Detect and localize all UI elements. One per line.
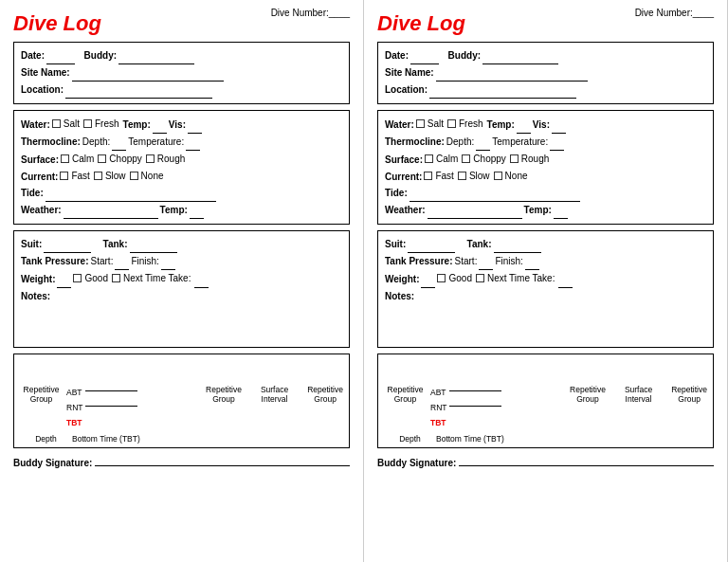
temperature-label-left: Temperature: <box>128 134 184 150</box>
abt-row-right: ABT <box>430 385 570 400</box>
finish-value-left <box>161 253 175 270</box>
signature-label-left: Buddy Signature: <box>13 458 92 468</box>
date-value-right <box>410 47 439 64</box>
title-right: Dive Log <box>377 11 465 36</box>
vis-label-left: Vis: <box>169 117 186 133</box>
title-left: Dive Log <box>13 11 101 36</box>
choppy-checkbox-left: Choppy <box>98 151 141 167</box>
location-value-right <box>429 82 576 99</box>
tankpressure-label-right: Tank Pressure: <box>385 253 453 269</box>
vis-value-left <box>188 117 202 134</box>
tbt-label-right: TBT <box>430 418 446 427</box>
buddy-label-right: Buddy: <box>448 47 481 63</box>
weather-value-left <box>64 202 158 219</box>
abt-line-left <box>85 390 137 391</box>
diagram-section-left: Repetitive Group ABT RNT TBT Repe <box>13 354 350 448</box>
tankpressure-label-left: Tank Pressure: <box>21 253 89 269</box>
dive-number-left: Dive Number:____ <box>271 8 350 18</box>
depth-label-diag-left: Depth <box>20 434 72 444</box>
suit-value-right <box>408 236 455 253</box>
surface-interval-col-right: Surface Interval <box>625 385 652 404</box>
bottom-labels-right: Depth Bottom Time (TBT) <box>384 434 707 444</box>
depth-label-left: Depth: <box>82 134 110 150</box>
fast-checkbox-left: Fast <box>60 168 89 184</box>
tbt-label-left: TBT <box>66 418 82 427</box>
dive-log-left: Dive Log Dive Number:____ Date: Buddy: S… <box>0 0 364 562</box>
site-value-right <box>436 64 588 82</box>
suit-label-left: Suit: <box>21 236 42 252</box>
location-value-left <box>65 82 212 99</box>
tank-value-left <box>130 236 177 253</box>
rep-group-left-label-right: Repetitive Group <box>388 385 424 404</box>
calm-checkbox-left: Calm <box>61 151 94 167</box>
finish-value-right <box>525 253 539 270</box>
vis-value-right <box>552 117 566 134</box>
abt-line-right <box>449 390 501 391</box>
rep-group2-label-left: Repetitive Group <box>206 385 242 404</box>
temp-label-right: Temp: <box>487 117 515 133</box>
salt-checkbox-left: Salt <box>52 116 80 132</box>
none-checkbox-left: None <box>130 168 164 184</box>
rnt-label-left: RNT <box>66 403 82 412</box>
rough-checkbox-right: Rough <box>510 151 549 167</box>
dive-log-right: Dive Log Dive Number:____ Date: Buddy: S… <box>364 0 728 562</box>
signature-label-right: Buddy Signature: <box>377 458 456 468</box>
signature-line-right <box>459 465 714 466</box>
water-label-right: Water: <box>385 117 414 133</box>
rep-group2-label-right: Repetitive Group <box>570 385 606 404</box>
rep-group-mid-col-right: Repetitive Group <box>570 385 606 404</box>
temp2-value-right <box>554 202 568 219</box>
weight-label-left: Weight: <box>21 271 55 287</box>
start-value-left <box>115 253 129 270</box>
rnt-line-right <box>449 406 501 407</box>
signature-row-right: Buddy Signature: <box>377 458 714 468</box>
tank-label-left: Tank: <box>103 236 128 252</box>
weight-label-right: Weight: <box>385 271 419 287</box>
equipment-section-left: Suit: Tank: Tank Pressure: Start: Finish… <box>13 230 350 348</box>
tide-label-left: Tide: <box>21 185 44 201</box>
notes-space-right <box>385 304 706 342</box>
tide-value-left <box>46 185 216 202</box>
bottom-labels-left: Depth Bottom Time (TBT) <box>20 434 343 444</box>
rnt-row-left: RNT <box>66 400 206 415</box>
temp2-label-left: Temp: <box>160 202 188 218</box>
abt-row-left: ABT <box>66 385 206 400</box>
tide-label-right: Tide: <box>385 185 408 201</box>
nexttimetake-value-left <box>194 271 209 288</box>
fresh-checkbox-right: Fresh <box>447 116 483 132</box>
calm-checkbox-right: Calm <box>425 151 458 167</box>
temp-value-left <box>153 117 167 134</box>
rnt-line-left <box>85 406 137 407</box>
nexttimetake-checkbox-right: Next Time Take: <box>476 270 555 286</box>
surface-interval-col-left: Surface Interval <box>261 385 288 404</box>
conditions-section-left: Water: Salt Fresh Temp: Vis: Thermocline… <box>13 110 350 225</box>
rnt-label-right: RNT <box>430 403 446 412</box>
notes-label-right: Notes: <box>385 288 414 304</box>
temperature-value-left <box>186 134 200 151</box>
notes-label-left: Notes: <box>21 288 50 304</box>
nexttimetake-value-right <box>558 271 573 288</box>
bottom-time-label-left: Bottom Time (TBT) <box>72 434 140 444</box>
location-label-right: Location: <box>385 82 428 98</box>
bottom-time-label-right: Bottom Time (TBT) <box>436 434 504 444</box>
surface-label-left: Surface: <box>21 152 59 168</box>
current-label-right: Current: <box>385 169 422 185</box>
none-checkbox-right: None <box>494 168 528 184</box>
fast-checkbox-right: Fast <box>424 168 453 184</box>
rep-group-right-col-left: Repetitive Group <box>307 385 343 404</box>
conditions-section-right: Water: Salt Fresh Temp: Vis: Thermocline… <box>377 110 714 225</box>
suit-value-left <box>44 236 91 253</box>
diagram-section-right: Repetitive Group ABT RNT TBT Repetitive … <box>377 354 714 448</box>
notes-space-left <box>21 304 342 342</box>
weight-value-right <box>421 271 435 288</box>
site-label-right: Site Name: <box>385 64 434 81</box>
rough-checkbox-left: Rough <box>146 151 185 167</box>
abt-label-right: ABT <box>430 388 446 397</box>
rep-group-left-label: Repetitive Group <box>24 385 60 404</box>
site-label-left: Site Name: <box>21 64 70 81</box>
temperature-label-right: Temperature: <box>492 134 548 150</box>
site-value-left <box>72 64 224 82</box>
good-checkbox-right: Good <box>437 270 471 286</box>
buddy-label-left: Buddy: <box>84 47 117 63</box>
rep-group-left-col: Repetitive Group <box>20 385 63 404</box>
